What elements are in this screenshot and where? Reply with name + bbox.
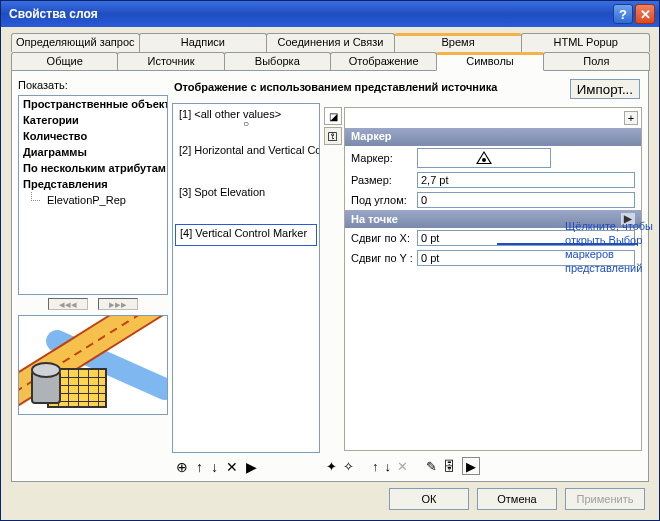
right-body: ◪ ⚿ + Маркер Маркер: Размер: [324, 107, 642, 451]
nav-quantities[interactable]: Количество [19, 128, 167, 144]
dialog-buttons: ОК Отмена Применить [11, 482, 649, 512]
tool-delete-icon[interactable]: ✕ [397, 459, 408, 474]
rule-label: [4] Vertical Control Marker [180, 227, 307, 239]
rule-item-selected[interactable]: [4] Vertical Control Marker [175, 224, 317, 246]
key-layer-tab[interactable]: ⚿ [324, 127, 342, 145]
preview-box [18, 315, 168, 415]
rule-label: [2] Horizontal and Vertical Control [179, 144, 320, 156]
renderer-nav[interactable]: Пространственные объекты Категории Колич… [18, 95, 168, 295]
layer-tab-strip: ◪ ⚿ [324, 107, 342, 451]
tab-joins[interactable]: Соединения и Связи [266, 33, 395, 52]
layer-properties-window: Свойства слоя ? ✕ Определяющий запрос На… [0, 0, 660, 521]
titlebar[interactable]: Свойства слоя ? ✕ [1, 1, 659, 27]
tab-display[interactable]: Отображение [330, 52, 437, 71]
tab-fields[interactable]: Поля [543, 52, 650, 71]
angle-label: Под углом: [351, 194, 413, 206]
rule-item[interactable]: [3] Spot Elevation [173, 182, 319, 200]
tool-up-icon[interactable]: ↑ [372, 459, 379, 474]
tabs-row-1: Определяющий запрос Надписи Соединения и… [11, 33, 649, 52]
delete-rule-icon[interactable]: ✕ [226, 459, 238, 475]
nav-charts[interactable]: Диаграммы [19, 144, 167, 160]
show-label: Показать: [18, 77, 168, 95]
marker-symbol-icon [476, 151, 492, 165]
marker-layer-tab[interactable]: ◪ [324, 107, 342, 125]
dx-label: Сдвиг по X: [351, 232, 413, 244]
menu-icon[interactable]: ▶ [246, 459, 257, 475]
move-down-icon[interactable]: ↓ [211, 459, 218, 475]
tab-labels[interactable]: Надписи [139, 33, 268, 52]
ok-button[interactable]: ОК [389, 488, 469, 510]
window-title: Свойства слоя [9, 7, 98, 21]
property-panel: + Маркер Маркер: Размер: [344, 107, 642, 451]
marker-label: Маркер: [351, 152, 413, 164]
layer-toolbar: ✦ ✧ ↑ ↓ ✕ ✎ 🗄 ▶ [324, 451, 642, 475]
cancel-button[interactable]: Отмена [477, 488, 557, 510]
symbology-panel: Показать: Пространственные объекты Катег… [11, 70, 649, 482]
tool-db-icon[interactable]: 🗄 [443, 459, 456, 474]
tab-source[interactable]: Источник [117, 52, 224, 71]
add-layer-icon[interactable]: + [624, 111, 638, 125]
rule-label: [3] Spot Elevation [179, 186, 265, 198]
middle-column: Отображение с использованием представлен… [172, 77, 320, 475]
nav-next-icon[interactable]: ▸▸▸ [98, 298, 138, 310]
close-button[interactable]: ✕ [635, 4, 655, 24]
panel-heading: Отображение с использованием представлен… [172, 77, 320, 103]
tool-down-icon[interactable]: ↓ [385, 459, 392, 474]
rule-label: [1] <all other values> [179, 108, 281, 120]
tab-html-popup[interactable]: HTML Popup [521, 33, 650, 52]
right-column: Импорт... ◪ ⚿ + Маркер Маркер: [324, 77, 642, 475]
rule-item[interactable]: [2] Horizontal and Vertical Control [173, 140, 319, 158]
tool-pencil-icon[interactable]: ✎ [426, 459, 437, 474]
client-area: Определяющий запрос Надписи Соединения и… [1, 27, 659, 520]
angle-input[interactable] [417, 192, 635, 208]
rules-list[interactable]: [1] <all other values>○ [2] Horizontal a… [172, 103, 320, 453]
nav-rep-item[interactable]: ElevationP_Rep [19, 192, 167, 208]
nav-multi[interactable]: По нескольким атрибутам [19, 160, 167, 176]
add-rule-icon[interactable]: ⊕ [176, 459, 188, 475]
rule-item[interactable]: [1] <all other values>○ [173, 104, 319, 130]
size-label: Размер: [351, 174, 413, 186]
nav-categories[interactable]: Категории [19, 112, 167, 128]
nav-representations[interactable]: Представления [19, 176, 167, 192]
dy-label: Сдвиг по Y : [351, 252, 413, 264]
help-button[interactable]: ? [613, 4, 633, 24]
tool-add-layer2-icon[interactable]: ✧ [343, 459, 354, 474]
hint-text: Щёлкните, чтобы открыть Выбор маркеров п… [565, 219, 655, 275]
rules-toolbar: ⊕ ↑ ↓ ✕ ▶ [172, 453, 320, 475]
apply-button[interactable]: Применить [565, 488, 645, 510]
section-marker: Маркер [345, 128, 641, 146]
tool-add-layer1-icon[interactable]: ✦ [326, 459, 337, 474]
left-column: Показать: Пространственные объекты Катег… [18, 77, 168, 475]
tab-general[interactable]: Общие [11, 52, 118, 71]
tab-definition-query[interactable]: Определяющий запрос [11, 33, 140, 52]
size-input[interactable] [417, 172, 635, 188]
nav-features[interactable]: Пространственные объекты [19, 96, 167, 112]
tab-selection[interactable]: Выборка [224, 52, 331, 71]
tabs-row-2: Общие Источник Выборка Отображение Симво… [11, 52, 649, 71]
import-button[interactable]: Импорт... [570, 79, 640, 99]
nav-arrows: ◂◂◂ ▸▸▸ [18, 295, 168, 313]
move-up-icon[interactable]: ↑ [196, 459, 203, 475]
marker-picker[interactable] [417, 148, 551, 168]
nav-prev-icon[interactable]: ◂◂◂ [48, 298, 88, 310]
tool-menu-icon[interactable]: ▶ [462, 457, 480, 475]
section-on-point-label: На точке [351, 213, 398, 225]
tab-symbology[interactable]: Символы [436, 52, 543, 71]
tab-time[interactable]: Время [394, 33, 523, 52]
